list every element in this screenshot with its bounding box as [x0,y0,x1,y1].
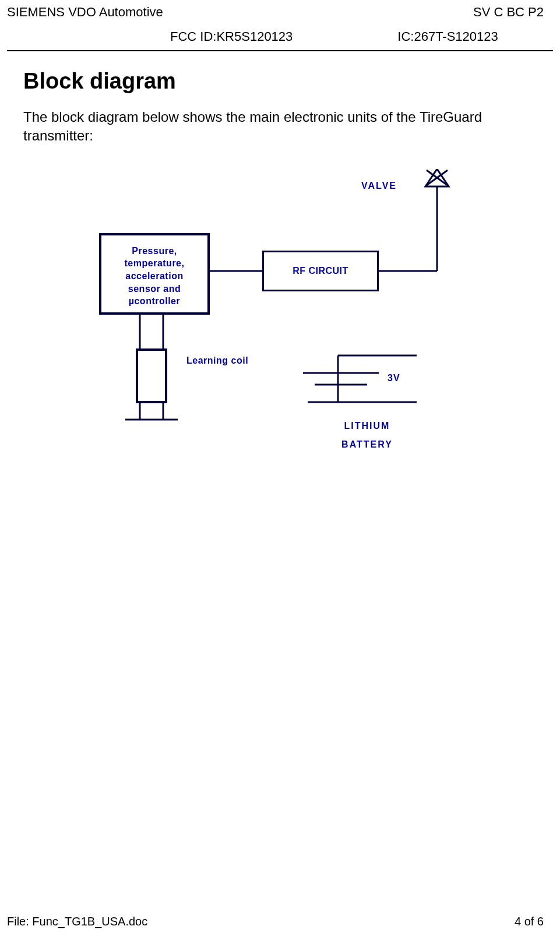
content: Block diagram The block diagram below sh… [0,51,560,495]
page-title: Block diagram [23,69,537,94]
diagram-wires-icon [70,169,513,495]
svg-rect-8 [137,350,166,402]
header-company: SIEMENS VDO Automotive [7,5,163,20]
header-ic-id: IC:267T-S120123 [397,29,498,44]
rf-circuit-box: RF CIRCUIT [262,251,379,291]
learning-coil-label: Learning coil [186,355,248,366]
intro-text: The block diagram below shows the main e… [23,108,537,146]
header-doccode: SV C BC P2 [473,5,544,20]
footer-page: 4 of 6 [515,915,544,928]
sensor-box-text: Pressure, temperature, acceleration sens… [125,246,185,306]
page-header: SIEMENS VDO Automotive SV C BC P2 FCC ID… [0,0,560,50]
battery-name-label: LITHIUM BATTERY [326,417,408,454]
block-diagram: Pressure, temperature, acceleration sens… [70,169,513,495]
footer-file: File: Func_TG1B_USA.doc [7,915,147,928]
valve-label: VALVE [361,181,397,191]
header-fcc-id: FCC ID:KR5S120123 [170,29,293,44]
sensor-box: Pressure, temperature, acceleration sens… [99,233,210,315]
battery-line1: LITHIUM [344,421,390,431]
battery-voltage-label: 3V [388,373,400,383]
page-footer: File: Func_TG1B_USA.doc 4 of 6 [7,915,544,928]
battery-line2: BATTERY [341,439,393,449]
